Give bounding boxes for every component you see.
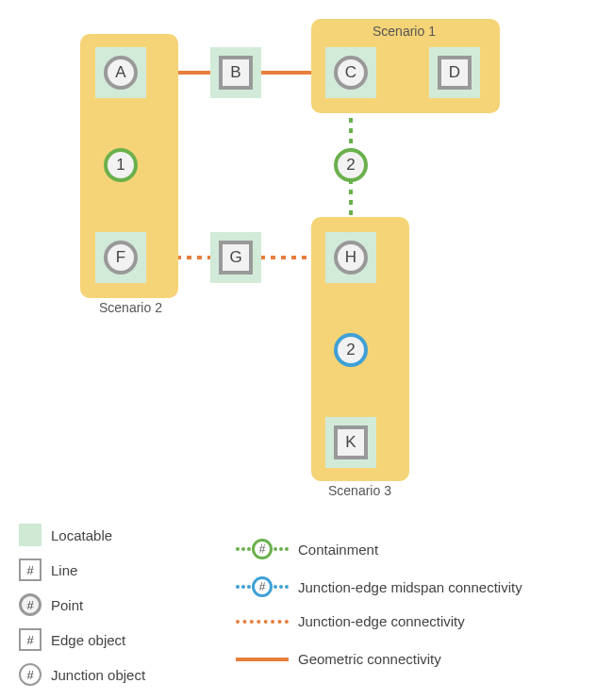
legend-label: Junction object <box>51 667 145 683</box>
containment-2: 2 <box>334 148 368 182</box>
jedge-icon <box>236 620 289 624</box>
legend-edge: # Edge object <box>19 628 125 651</box>
legend-point: # Point <box>19 593 83 616</box>
legend-junction: # Junction object <box>19 663 145 686</box>
containment-icon: # <box>236 538 289 560</box>
edge-icon: # <box>19 628 41 651</box>
line-G: G <box>219 241 253 275</box>
legend-label: Geometric connectivity <box>298 651 441 667</box>
legend-geom: Geometric connectivity <box>236 651 441 667</box>
legend-label: Containment <box>298 542 378 558</box>
line-K: K <box>334 425 368 459</box>
line-icon: # <box>19 558 41 581</box>
point-H: H <box>334 241 368 275</box>
legend-label: Edge object <box>51 632 125 648</box>
locatable-icon <box>19 524 41 546</box>
containment-1: 1 <box>104 148 138 182</box>
legend-label: Locatable <box>51 527 112 543</box>
legend-locatable: Locatable <box>19 524 112 546</box>
midspan-icon: # <box>236 575 289 598</box>
legend-line: # Line <box>19 558 77 581</box>
line-B: B <box>219 56 253 90</box>
scenario2-label: Scenario 2 <box>99 300 162 315</box>
legend-label: Point <box>51 597 83 613</box>
legend-containment: # Containment <box>236 538 378 560</box>
line-D: D <box>438 56 472 90</box>
point-F: F <box>104 241 138 275</box>
legend-midspan: # Junction-edge midspan connectivity <box>236 575 522 598</box>
point-C: C <box>334 56 368 90</box>
midspan-2: 2 <box>334 333 368 367</box>
scenario1-label: Scenario 1 <box>373 24 436 39</box>
diagram-canvas: Scenario 1 Scenario 2 Scenario 3 A B C D… <box>0 0 613 700</box>
point-A: A <box>104 56 138 90</box>
point-icon: # <box>19 593 41 616</box>
junction-icon: # <box>19 663 41 686</box>
legend-label: Junction-edge midspan connectivity <box>298 579 522 595</box>
geom-icon <box>236 658 289 661</box>
scenario3-label: Scenario 3 <box>328 483 391 498</box>
legend-label: Junction-edge connectivity <box>298 613 465 629</box>
legend-label: Line <box>51 562 77 578</box>
legend-jedge: Junction-edge connectivity <box>236 613 465 629</box>
